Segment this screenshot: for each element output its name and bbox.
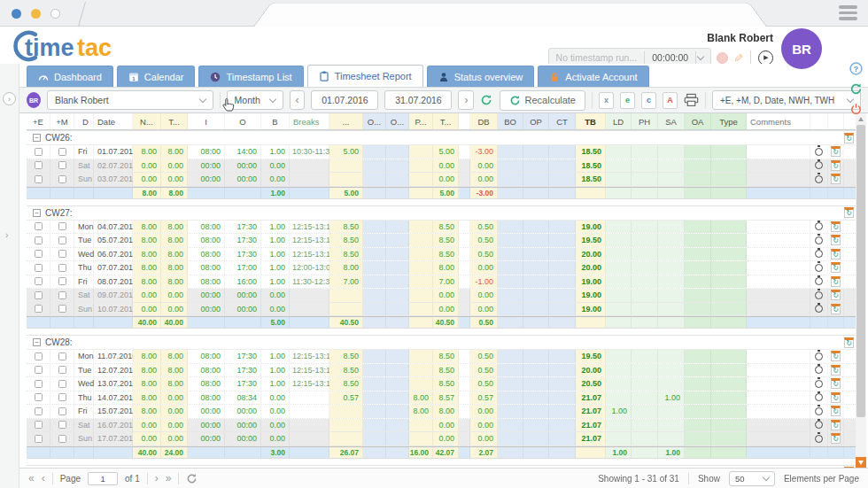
window-control-white[interactable] <box>50 9 60 19</box>
section-export-icon[interactable] <box>844 133 854 143</box>
stopwatch-icon[interactable] <box>815 407 823 415</box>
day-export-icon[interactable] <box>831 433 841 444</box>
first-page-icon[interactable]: « <box>28 472 35 484</box>
col-header-comments[interactable]: Comments <box>747 113 810 129</box>
entry-checkbox[interactable] <box>35 352 43 360</box>
modify-checkbox[interactable] <box>58 352 66 360</box>
col-header-ld[interactable]: LD <box>606 113 632 129</box>
modify-checkbox[interactable] <box>58 175 66 183</box>
modify-checkbox[interactable] <box>58 407 66 415</box>
window-control-blue[interactable] <box>12 9 21 19</box>
col-header-o1[interactable]: O... <box>363 113 386 129</box>
refresh-page-icon[interactable] <box>186 473 198 484</box>
refresh-icon[interactable] <box>849 82 863 96</box>
col-header-e[interactable]: +E <box>27 113 50 129</box>
stopwatch-icon[interactable] <box>815 250 823 258</box>
previous-page-icon[interactable]: ‹ <box>42 472 45 484</box>
modify-checkbox[interactable] <box>58 161 66 169</box>
stopwatch-icon[interactable] <box>815 380 823 388</box>
modify-checkbox[interactable] <box>58 148 66 156</box>
day-export-icon[interactable] <box>831 174 841 184</box>
col-header-tot[interactable]: ... <box>329 113 363 129</box>
day-export-icon[interactable] <box>831 262 841 273</box>
sidebar-chevron-icon[interactable]: › <box>5 230 8 240</box>
modify-checkbox[interactable] <box>58 277 66 285</box>
col-header-sp[interactable] <box>459 113 470 129</box>
day-export-icon[interactable] <box>831 290 841 300</box>
col-header-date[interactable]: Date <box>94 113 133 129</box>
col-header-type[interactable]: Type <box>711 113 747 129</box>
entry-checkbox[interactable] <box>35 222 43 230</box>
col-header-t[interactable]: T... <box>161 113 188 129</box>
pdf-export-icon[interactable]: A <box>663 92 678 109</box>
entry-checkbox[interactable] <box>35 366 43 374</box>
vertical-scrollbar[interactable] <box>856 113 866 468</box>
reload-report-icon[interactable] <box>480 93 492 107</box>
stopwatch-icon[interactable] <box>815 148 823 156</box>
columns-select[interactable]: +E, +M, D, Date, NWH, TWH <box>712 90 861 110</box>
col-header-ct[interactable]: CT <box>549 113 576 129</box>
day-export-icon[interactable] <box>831 249 841 259</box>
entry-checkbox[interactable] <box>35 236 43 244</box>
col-header-m[interactable]: +M <box>50 113 74 129</box>
previous-period-button[interactable]: ‹ <box>290 90 306 110</box>
user-select[interactable]: Blank Robert <box>47 90 213 110</box>
tab-calendar[interactable]: 1Calendar <box>117 66 196 87</box>
page-number-input[interactable] <box>88 472 118 485</box>
collapse-icon[interactable]: − <box>33 134 41 142</box>
entry-checkbox[interactable] <box>35 264 43 272</box>
day-export-icon[interactable] <box>831 378 841 389</box>
user-avatar[interactable]: BR <box>781 28 822 69</box>
entry-checkbox[interactable] <box>35 291 43 299</box>
expand-sidebar-icon[interactable]: › <box>3 92 16 105</box>
modify-checkbox[interactable] <box>58 366 66 374</box>
xlsx-export-icon[interactable]: e <box>620 92 635 109</box>
modify-checkbox[interactable] <box>58 291 66 299</box>
tab-activate-account[interactable]: Activate Account <box>538 66 648 87</box>
col-header-sa[interactable]: SA <box>658 113 685 129</box>
entry-checkbox[interactable] <box>35 161 43 169</box>
stopwatch-icon[interactable] <box>815 305 823 313</box>
next-period-button[interactable]: › <box>458 90 474 110</box>
entry-checkbox[interactable] <box>35 277 43 285</box>
excel-export-icon[interactable]: x <box>599 92 614 109</box>
page-size-select[interactable]: 50 <box>729 471 775 486</box>
col-header-b[interactable]: B <box>261 113 290 129</box>
day-export-icon[interactable] <box>831 392 841 403</box>
modify-checkbox[interactable] <box>58 222 66 230</box>
col-header-n[interactable]: N... <box>133 113 161 129</box>
chevron-down-icon[interactable] <box>697 52 704 59</box>
tab-dashboard[interactable]: Dashboard <box>27 66 113 87</box>
tab-status-overview[interactable]: Status overview <box>427 66 535 87</box>
col-header-bo[interactable]: BO <box>498 113 523 129</box>
browser-menu-icon[interactable] <box>839 5 857 20</box>
modify-checkbox[interactable] <box>58 421 66 429</box>
col-header-op[interactable]: OP <box>523 113 549 129</box>
modify-checkbox[interactable] <box>58 250 66 258</box>
section-export-icon[interactable] <box>844 207 854 218</box>
day-export-icon[interactable] <box>831 235 841 245</box>
stopwatch-icon[interactable] <box>815 277 823 285</box>
recalculate-button[interactable]: Recalculate <box>500 90 585 111</box>
day-export-icon[interactable] <box>831 304 841 314</box>
modify-checkbox[interactable] <box>58 435 66 443</box>
stopwatch-icon[interactable] <box>815 264 823 272</box>
modify-checkbox[interactable] <box>58 380 66 388</box>
day-export-icon[interactable] <box>831 351 841 361</box>
modify-checkbox[interactable] <box>58 236 66 244</box>
stopwatch-icon[interactable] <box>815 352 823 360</box>
modify-checkbox[interactable] <box>58 305 66 313</box>
stopwatch-icon[interactable] <box>815 236 823 244</box>
date-from-input[interactable] <box>311 90 378 110</box>
day-export-icon[interactable] <box>831 160 841 171</box>
col-header-o[interactable]: O <box>225 113 261 129</box>
scroll-down-icon[interactable] <box>856 457 866 468</box>
print-icon[interactable] <box>684 93 699 107</box>
browser-active-tab[interactable] <box>252 3 768 28</box>
entry-checkbox[interactable] <box>35 393 43 401</box>
modify-checkbox[interactable] <box>58 264 66 272</box>
collapse-icon[interactable]: − <box>33 209 41 217</box>
entry-checkbox[interactable] <box>35 435 43 443</box>
col-header-i[interactable]: I <box>188 113 225 129</box>
edit-timestamp-icon[interactable]: ✎ <box>732 53 745 63</box>
